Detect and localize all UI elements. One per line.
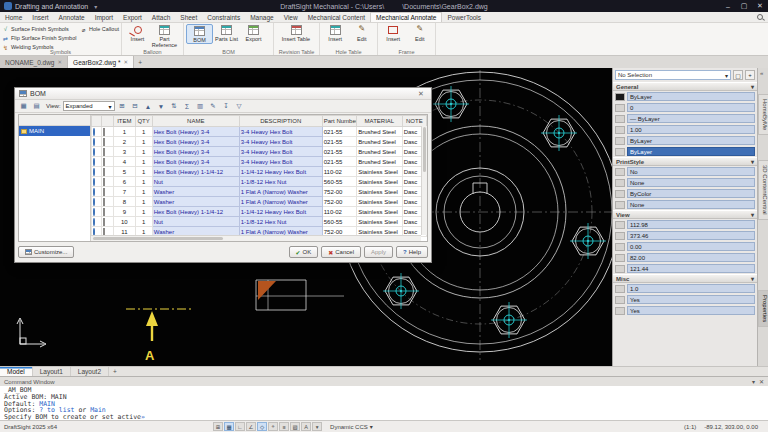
property-color[interactable]: ByLayer (613, 91, 757, 102)
row-checkbox[interactable] (103, 168, 105, 176)
property-center-x[interactable]: 112.98 (613, 219, 757, 230)
add-row-icon[interactable]: ⊞ (117, 101, 128, 111)
close-button[interactable]: ✕ (752, 0, 768, 12)
export-icon[interactable]: ↧ (221, 101, 232, 111)
close-tab-icon[interactable]: ✕ (58, 59, 63, 65)
property-linescale[interactable]: 1.00 (613, 124, 757, 135)
ribbon-tab-export[interactable]: Export (118, 12, 147, 22)
table-style-icon[interactable]: ▤ (31, 101, 42, 111)
move-down-icon[interactable]: ▼ (156, 101, 167, 111)
esnap-icon[interactable]: ◇ (257, 422, 267, 431)
row-checkbox[interactable] (103, 188, 105, 196)
edit-icon[interactable]: ✎ (208, 101, 219, 111)
tab-layout2[interactable]: Layout2 (71, 367, 109, 376)
ribbon-tab-mechanical-content[interactable]: Mechanical Content (303, 12, 370, 22)
settings-icon[interactable]: ▦ (18, 101, 29, 111)
select-entities-icon[interactable]: ▢ (733, 70, 743, 80)
ribbon-tab-attach[interactable]: Attach (147, 12, 175, 22)
ribbon-tab-sheet[interactable]: Sheet (175, 12, 202, 22)
flip-surface-finish-button[interactable]: ⇄Flip Surface Finish Symbol (2, 34, 80, 42)
ribbon-tab-powertools[interactable]: PowerTools (442, 12, 486, 22)
property-annotation-scale[interactable]: 1.0 (613, 283, 757, 294)
table-row[interactable]: 71Washer1 Flat A (Narrow) Washer752-00St… (92, 187, 427, 197)
maximize-button[interactable]: ▢ (736, 0, 752, 12)
property-height[interactable]: 82.00 (613, 252, 757, 263)
workspace-dropdown-icon[interactable]: ▾ (91, 3, 100, 10)
close-tab-icon[interactable]: ✕ (123, 59, 128, 65)
grid-icon[interactable]: ▦ (224, 422, 234, 431)
remove-row-icon[interactable]: ⊟ (130, 101, 141, 111)
sum-icon[interactable]: Σ (182, 101, 193, 111)
section-header-misc[interactable]: Misc▾ (613, 274, 757, 283)
table-row[interactable]: 11Hex Bolt (Heavy) 3-43-4 Heavy Hex Bolt… (92, 127, 427, 137)
sort-icon[interactable]: ⇅ (169, 101, 180, 111)
hole-callout-button[interactable]: ⌀Hole Callout (80, 25, 119, 33)
workspace-icon[interactable]: ▾ (312, 422, 322, 431)
property-printstyle-2[interactable]: None (613, 177, 757, 188)
property-ucs-icon-on[interactable]: Yes (613, 294, 757, 305)
property-center-y[interactable]: 373.46 (613, 230, 757, 241)
command-history[interactable]: _AM_BOM Active BOM: MAIN Default: MAIN O… (0, 386, 768, 422)
snap-icon[interactable]: ⊞ (213, 422, 223, 431)
property-center-z[interactable]: 0.00 (613, 241, 757, 252)
row-checkbox[interactable] (103, 148, 105, 156)
palette-tab-properties[interactable]: Properties (758, 290, 768, 327)
property-printstyle-1[interactable]: No (613, 166, 757, 177)
etrack-icon[interactable]: ⌖ (268, 422, 278, 431)
new-document-tab-button[interactable]: + (134, 56, 146, 68)
quick-select-icon[interactable]: + (745, 70, 755, 80)
cancel-button[interactable]: ✖Cancel (321, 246, 361, 258)
ribbon-tab-constraints[interactable]: Constraints (202, 12, 245, 22)
table-row[interactable]: 81Washer1 Flat A (Narrow) Washer752-00St… (92, 197, 427, 207)
scale-indicator[interactable]: (1:1) (684, 424, 696, 430)
scrollbar-thumb[interactable] (93, 237, 223, 240)
annotation-scale-icon[interactable]: A (301, 422, 311, 431)
dynamic-ccs-dropdown[interactable]: Dynamic CCS▾ (330, 423, 373, 430)
table-row[interactable]: 91Hex Bolt (Heavy) 1-1/4-121-1/4-12 Heav… (92, 207, 427, 217)
chevron-down-icon[interactable]: ▾ (752, 378, 755, 385)
table-row[interactable]: 31Hex Bolt (Heavy) 3-43-4 Heavy Hex Bolt… (92, 147, 427, 157)
row-checkbox[interactable] (103, 218, 105, 226)
command-window-header[interactable]: Command Window ▾✕ (0, 377, 768, 386)
columns-icon[interactable]: ▥ (195, 101, 206, 111)
property-lineweight[interactable]: ByLayer (613, 135, 757, 146)
property-transparency[interactable]: ByLayer (613, 146, 757, 157)
tab-model[interactable]: Model (0, 367, 33, 376)
workspace-selector[interactable]: Drafting and Annotation (15, 3, 88, 10)
column-header-note[interactable]: NOTE (402, 116, 426, 127)
ribbon-tab-home[interactable]: Home (0, 12, 27, 22)
ribbon-tab-manage[interactable]: Manage (245, 12, 279, 22)
transparency-icon[interactable]: ▨ (290, 422, 300, 431)
column-header-part-number[interactable]: Part Number (322, 116, 356, 127)
row-checkbox[interactable] (103, 138, 105, 146)
edit-hole-table-button[interactable]: ✎Edit (349, 24, 376, 42)
column-header-description[interactable]: DESCRIPTION (239, 116, 322, 127)
column-header-material[interactable]: MATERIAL (357, 116, 403, 127)
document-tab-noname[interactable]: NONAME_0.dwg✕ (0, 56, 68, 68)
scrollbar-thumb[interactable] (423, 127, 426, 172)
tab-layout1[interactable]: Layout1 (33, 367, 71, 376)
section-header-printstyle[interactable]: PrintStyle▾ (613, 157, 757, 166)
ribbon-tab-view[interactable]: View (279, 12, 303, 22)
column-header-item[interactable]: ITEM (114, 116, 135, 127)
section-header-view[interactable]: View▾ (613, 210, 757, 219)
table-row[interactable]: 61Nut1-1/8-12 Hex Nut560-55Stainless Ste… (92, 177, 427, 187)
column-header-qty[interactable]: QTY (135, 116, 152, 127)
property-layer[interactable]: 0 (613, 102, 757, 113)
edit-frame-button[interactable]: ✎Edit (407, 24, 434, 42)
view-dropdown[interactable]: Expanded▾ (63, 101, 115, 111)
bom-export-button[interactable]: Export (240, 24, 267, 42)
bom-tree-item-main[interactable]: MAIN (19, 126, 90, 136)
section-header-general[interactable]: General▾ (613, 82, 757, 91)
lineweight-icon[interactable]: ≡ (279, 422, 289, 431)
ribbon-tab-import[interactable]: Import (90, 12, 118, 22)
ribbon-tab-insert[interactable]: Insert (27, 12, 53, 22)
table-row[interactable]: 101Nut1-1/8-12 Hex Nut560-55Stainless St… (92, 217, 427, 227)
palette-tab-3dcontentcentral[interactable]: 3D ContentCentral (758, 160, 768, 220)
help-button[interactable]: ?Help (396, 246, 428, 258)
column-header-name[interactable]: NAME (152, 116, 239, 127)
balloon-column-header[interactable] (92, 116, 102, 127)
row-checkbox[interactable] (103, 128, 105, 136)
close-icon[interactable]: ✕ (759, 378, 764, 385)
check-column-header[interactable] (102, 116, 114, 127)
